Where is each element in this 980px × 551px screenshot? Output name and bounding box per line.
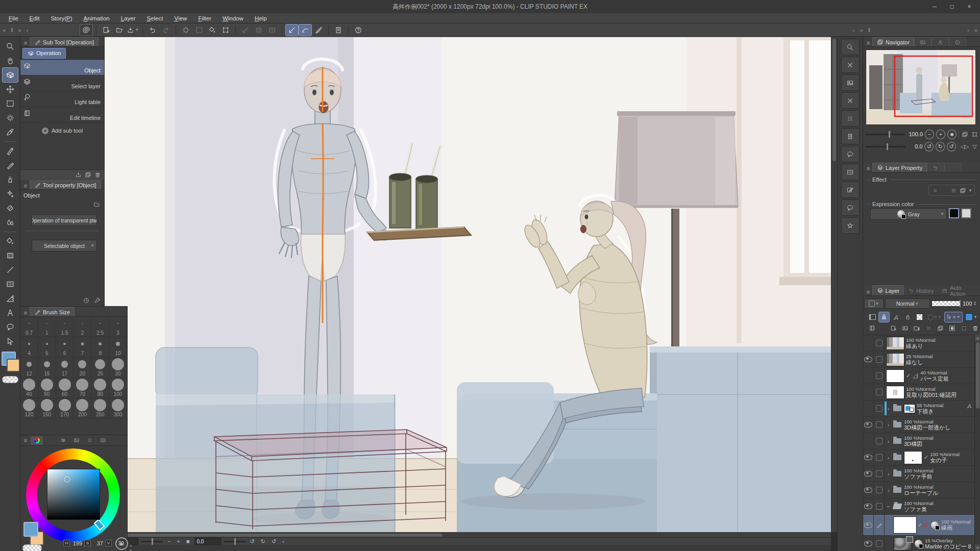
brush-size-10[interactable]: 10: [109, 337, 127, 358]
tab-history[interactable]: History: [904, 286, 938, 295]
tone-effect-icon[interactable]: [949, 186, 958, 194]
canvas-zoom-slider[interactable]: [141, 541, 163, 542]
add-subtool-button[interactable]: + Add sub tool: [20, 123, 104, 138]
blend-mode-dropdown[interactable]: Normal▼: [885, 298, 930, 309]
layer-visible-icon[interactable]: [864, 522, 872, 528]
brush-size-40[interactable]: 40: [20, 378, 38, 398]
subtool-item-edit-timeline[interactable]: Edit timeline: [20, 107, 104, 123]
layer-visible-icon[interactable]: [864, 455, 872, 460]
move-layer-tool[interactable]: [3, 82, 18, 96]
navigator-rotate-slider[interactable]: [865, 146, 905, 147]
border-effect-2-icon[interactable]: [940, 186, 948, 194]
navigator-tab[interactable]: Navigator: [872, 37, 914, 46]
enable-mask-icon[interactable]: ◯×▼: [926, 312, 943, 322]
material-image-icon[interactable]: [841, 74, 860, 91]
layer-checkbox[interactable]: [876, 454, 883, 461]
brush-size-7[interactable]: 7: [74, 337, 91, 358]
panel-menu-icon[interactable]: ≡: [864, 164, 872, 172]
layer-row-9[interactable]: ›100 %Normalローテーブル: [863, 482, 974, 498]
information-tab[interactable]: [949, 37, 966, 46]
scroll-up-icon[interactable]: ▲: [975, 335, 980, 341]
subtool-panel-tab[interactable]: Sub Tool [Operation]: [30, 37, 99, 46]
layer-thumbnail[interactable]: [894, 537, 912, 550]
brush-size-12[interactable]: 12: [20, 358, 38, 378]
zoom-in-button[interactable]: +: [936, 130, 945, 139]
color-mode-toggle-button[interactable]: ▶: [115, 537, 128, 550]
eyedropper-tool[interactable]: [3, 125, 18, 139]
layer-property-tab[interactable]: Layer Property: [872, 163, 927, 172]
brush-size-2[interactable]: 2: [74, 317, 91, 337]
transparent-part-dropdown[interactable]: Operation of transparent part▼: [32, 214, 97, 226]
layer-row-1[interactable]: 25 %Normal線なし: [863, 352, 974, 368]
flip-vertical-icon[interactable]: ▽: [971, 142, 978, 151]
layer-row-11[interactable]: ✓×100 %Normal線画: [863, 515, 974, 536]
decoration-tool[interactable]: [3, 187, 18, 201]
layer-visible-icon[interactable]: [864, 422, 872, 428]
pen-tool[interactable]: [3, 144, 18, 158]
collapse-panel-icon[interactable]: ‹: [24, 27, 31, 33]
material-pattern-2-icon[interactable]: [841, 92, 860, 109]
intermediate-color-tab[interactable]: [84, 436, 96, 445]
layer-checkbox[interactable]: [876, 405, 883, 412]
expand-right-dock-icon[interactable]: »: [972, 27, 980, 33]
dock-handle-right-icon[interactable]: ‖: [866, 27, 873, 33]
layer-checkbox[interactable]: [876, 487, 883, 493]
palette-color-dropdown[interactable]: ▼: [864, 298, 884, 309]
balloon-tool[interactable]: [3, 320, 18, 334]
layer-checkbox[interactable]: [876, 372, 883, 379]
brush-size-20[interactable]: 20: [74, 358, 91, 378]
reset-rotation-button[interactable]: ↺: [947, 142, 956, 152]
layer-row-2[interactable]: ✓40 %Normalパース定規: [863, 368, 974, 384]
airbrush-tool[interactable]: [3, 172, 18, 187]
clip-studio-logo-button[interactable]: [80, 24, 92, 36]
material-palette-dock-button[interactable]: [332, 24, 345, 36]
light-table-icon[interactable]: [879, 312, 889, 322]
actual-size-button[interactable]: ■: [947, 130, 957, 139]
material-tone-icon[interactable]: [841, 110, 860, 127]
material-frame-icon[interactable]: [841, 164, 860, 180]
black-expression-swatch[interactable]: [949, 208, 959, 218]
delete-layer-icon[interactable]: [970, 323, 980, 333]
snap-to-grid-button[interactable]: [312, 24, 325, 36]
eraser-tool[interactable]: [3, 201, 18, 215]
duplicate-subtool-icon[interactable]: [85, 171, 91, 178]
animation-tab[interactable]: [927, 163, 944, 172]
expand-icon[interactable]: ›: [886, 406, 891, 412]
brush-size-overflow[interactable]: [20, 419, 38, 425]
maximize-button[interactable]: □: [943, 0, 961, 13]
layer-checkbox[interactable]: [876, 438, 883, 444]
new-vector-layer-icon[interactable]: [900, 323, 910, 333]
layer-list-scrollbar[interactable]: ▲ ▼: [974, 335, 980, 551]
transfer-layer-icon[interactable]: [923, 323, 934, 333]
expand-icon[interactable]: ›: [886, 471, 891, 477]
material-pattern-1-icon[interactable]: [841, 57, 860, 73]
layer-checkbox[interactable]: [876, 503, 883, 510]
brush-size-200[interactable]: 200: [74, 398, 91, 419]
rotate-reset-button[interactable]: ↺: [270, 538, 278, 545]
brush-size-6[interactable]: 6: [56, 337, 74, 358]
layer-thumbnail[interactable]: [904, 451, 922, 464]
fit-to-screen-icon[interactable]: [961, 130, 969, 138]
undo-button[interactable]: [146, 24, 159, 36]
layer-row-12[interactable]: 15 %OverlayMarble のコピー 8: [863, 536, 974, 551]
selectable-object-dropdown[interactable]: Selectable object▼: [32, 240, 97, 252]
pin-property-icon[interactable]: [93, 201, 100, 208]
layer-visible-icon[interactable]: [864, 504, 872, 509]
layer-color-effect-icon[interactable]: [959, 186, 967, 194]
canvas-rotation-slider[interactable]: [224, 541, 246, 542]
expand-icon[interactable]: ›: [886, 504, 892, 509]
layer-row-0[interactable]: 100 %Normal線あり: [863, 335, 974, 352]
layer-visible-icon[interactable]: [864, 471, 872, 477]
clipping-icon[interactable]: [867, 312, 877, 322]
layer-visible-icon[interactable]: [864, 357, 872, 362]
brush-size-15[interactable]: 15: [38, 358, 56, 378]
opacity-spinner[interactable]: ▲▼: [973, 301, 976, 306]
layer-thumbnail[interactable]: [886, 369, 904, 383]
delete-subtool-icon[interactable]: [94, 171, 101, 178]
expand-icon[interactable]: ›: [886, 422, 891, 428]
selection-mode-3-button[interactable]: [266, 24, 278, 36]
check-icon[interactable]: ✓: [924, 454, 928, 461]
menu-item-view[interactable]: View: [168, 13, 192, 23]
collapse-right-dock-icon[interactable]: ‹: [965, 27, 972, 33]
expand-icon[interactable]: ›: [886, 438, 891, 444]
